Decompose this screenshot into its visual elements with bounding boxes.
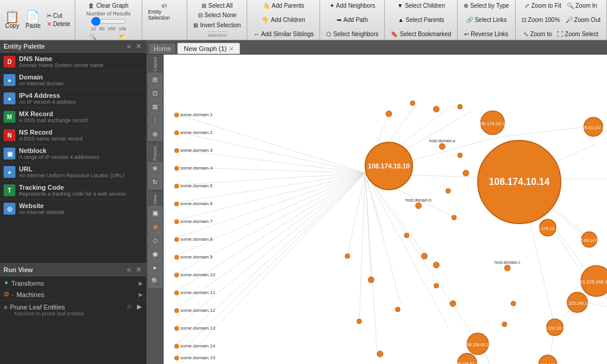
- neighbors-icon: ✦: [330, 2, 334, 9]
- entity-name-text: DNS Name: [19, 55, 143, 62]
- select-neighbors-button[interactable]: ⬡ Select Neighbors: [324, 30, 381, 38]
- svg-point-66: [174, 202, 179, 206]
- palette-controls: « ✕: [126, 42, 143, 50]
- machines-item[interactable]: ⚙ - Machines ▶: [0, 289, 146, 300]
- entity-selection-section: 🏷 Entity Selection: [142, 0, 188, 40]
- entity-selection-button[interactable]: 🏷 Entity Selection: [146, 2, 184, 22]
- zoom-select-icon: ⛶: [557, 31, 563, 37]
- zoom-in-button[interactable]: 🔍 Zoom In: [564, 2, 600, 9]
- vertical-toolbar: Layout ⊞ ⊡ ⊠ ⋮ ⊕ Freeze ❄ ↻ View ▣ ◆ ◇ ◉…: [147, 55, 164, 364]
- entity-item-url[interactable]: ●URLAn internet Uniform Resource Locator…: [0, 163, 146, 181]
- zoom-to-fit-button[interactable]: ⤢ Zoom to Fit: [522, 2, 564, 9]
- select-all-button[interactable]: ⊞ Select All: [199, 2, 235, 9]
- view-btn-1[interactable]: ▣: [148, 206, 162, 219]
- tab-close-icon[interactable]: ✕: [229, 46, 234, 52]
- select-none-button[interactable]: ⊟ Select None: [196, 11, 239, 19]
- svg-point-52: [433, 106, 439, 112]
- svg-text:some.domain.13: some.domain.13: [180, 325, 216, 331]
- transforms-item[interactable]: ✦ Transforms ▶: [0, 277, 146, 289]
- tab-new-graph[interactable]: New Graph (1) ✕: [177, 43, 240, 54]
- invert-selection-button[interactable]: ⊠ Invert Selection: [191, 21, 243, 29]
- add-parents-button[interactable]: 👆 Add Parents: [260, 2, 306, 9]
- graph-canvas: some.domain.1 some.domain.2 some.domain.…: [164, 55, 607, 364]
- svg-point-75: [174, 356, 179, 360]
- entity-item-ns-record[interactable]: NNS RecordA DNS name server record: [0, 126, 146, 145]
- layout-btn-3[interactable]: ⊠: [148, 100, 162, 113]
- paste-button[interactable]: 📄 Paste: [23, 9, 43, 30]
- entity-item-website[interactable]: ◎WebsiteAn internet website: [0, 200, 146, 218]
- entity-name-text: IPv4 Address: [19, 92, 143, 99]
- prune-star-button[interactable]: ☆: [125, 303, 133, 311]
- add-children-button[interactable]: 👇 Add Children: [260, 16, 308, 24]
- layout-btn-1[interactable]: ⊞: [148, 73, 162, 86]
- label-n3: 185.63.147.10: [580, 126, 607, 130]
- add-children-icon: 👇: [262, 17, 269, 23]
- entity-icon-mx-record: M: [4, 111, 15, 123]
- copy-button[interactable]: 📋 Copy: [2, 9, 22, 30]
- num-results-slider[interactable]: [91, 18, 126, 25]
- svg-point-94: [458, 153, 462, 158]
- label-n9: 91.225.248.129: [563, 301, 592, 305]
- type-icon: ⊕: [464, 2, 468, 9]
- add-neighbors-button[interactable]: ✦ Add Neighbors: [327, 2, 378, 9]
- delete-button[interactable]: ✕ Delete: [44, 20, 73, 28]
- svg-point-62: [174, 130, 179, 135]
- entity-desc-text: An IP version 4 address: [19, 99, 143, 105]
- machines-icon: ⚙: [4, 290, 9, 298]
- zoom-100-button[interactable]: ⊡ Zoom 100%: [519, 16, 563, 24]
- entity-icon-ipv4-address: ●: [4, 92, 15, 104]
- entity-item-ipv4-address[interactable]: ●IPv4 AddressAn IP version 4 address: [0, 90, 146, 108]
- svg-point-71: [174, 290, 179, 295]
- select-by-type-button[interactable]: ⊕ Select by Type: [461, 2, 511, 9]
- view-btn-4[interactable]: ◉: [148, 247, 162, 260]
- find-files-icon: 📂: [119, 34, 126, 40]
- palette-close-button[interactable]: ✕: [135, 42, 143, 50]
- svg-point-103: [511, 301, 516, 306]
- reverse-links-button[interactable]: ↩ Reverse Links: [462, 30, 510, 38]
- select-none-icon: ⊟: [198, 12, 203, 18]
- select-children-button[interactable]: ▼ Select Children: [395, 2, 448, 9]
- zoom-out-button[interactable]: 🔎 Zoom Out: [563, 16, 603, 24]
- zoom-to-button[interactable]: ⤡ Zoom to: [521, 30, 554, 38]
- label-n7: 185.63.147.14: [576, 238, 603, 242]
- entity-item-domain[interactable]: ●DomainAn internet domain: [0, 71, 146, 90]
- cut-button[interactable]: ✂ Cut: [44, 12, 73, 20]
- entity-item-mx-record[interactable]: MMX RecordA DNS mail exchange record: [0, 108, 146, 126]
- zoom-in-icon: 🔍: [567, 2, 574, 9]
- view-btn-5[interactable]: ▸: [148, 261, 162, 274]
- entity-item-tracking-code[interactable]: TTracking CodeRepresents a tracking code…: [0, 181, 146, 200]
- clear-graph-button[interactable]: 🗑 Clear Graph: [86, 2, 130, 9]
- refresh-btn[interactable]: ↻: [148, 176, 162, 189]
- view-btn-3[interactable]: ◇: [148, 234, 162, 247]
- tab-home[interactable]: Home: [148, 43, 176, 54]
- graph-viewport[interactable]: some.domain.1 some.domain.2 some.domain.…: [164, 55, 607, 364]
- layout-btn-5[interactable]: ⊕: [148, 127, 162, 141]
- palette-collapse-button[interactable]: «: [126, 42, 132, 50]
- run-view-collapse-button[interactable]: «: [126, 266, 132, 274]
- transforms-icon: ✦: [4, 279, 9, 287]
- layout-btn-2[interactable]: ⊡: [148, 87, 162, 100]
- zoom-select-button[interactable]: ⛶ Zoom Select: [555, 30, 600, 38]
- freeze-btn[interactable]: ❄: [148, 162, 162, 175]
- links-icon: 🔗: [466, 17, 473, 23]
- layout-btn-4[interactable]: ⋮: [148, 114, 162, 127]
- svg-text:some.domain.12: some.domain.12: [180, 308, 216, 313]
- add-path-button[interactable]: ➡ Add Path: [334, 16, 370, 24]
- prune-item: ■ Prune Leaf Entities ☆ ▶ Machine to pru…: [0, 300, 146, 319]
- clear-graph-icon: 🗑: [88, 2, 94, 9]
- svg-point-72: [174, 308, 179, 313]
- select-bookmarked-button[interactable]: 🔖 Select Bookmarked: [388, 30, 453, 38]
- prune-run-button[interactable]: ▶: [136, 303, 143, 311]
- add-similar-siblings-button[interactable]: ↔ Add Similar Siblings: [251, 30, 316, 38]
- entity-desc-text: An internet domain: [19, 81, 143, 87]
- entity-item-netblock[interactable]: ▣NetblockA range of IP version 4 address…: [0, 145, 146, 163]
- view-btn-6[interactable]: 🔍: [148, 274, 162, 288]
- run-view-close-button[interactable]: ✕: [135, 266, 143, 274]
- select-parents-button[interactable]: ▲ Select Parents: [395, 16, 446, 24]
- main-area: Entity Palette « ✕ DDNS NameDomain Name …: [0, 40, 607, 364]
- view-btn-2[interactable]: ◆: [148, 220, 162, 233]
- select-group-section: ▼ Select Children ▲ Select Parents 🔖 Sel…: [385, 0, 458, 40]
- entity-item-dns-name[interactable]: DDNS NameDomain Name System server name: [0, 53, 146, 71]
- zoom-out-icon: 🔎: [566, 17, 573, 23]
- select-links-button[interactable]: 🔗 Select Links: [464, 16, 509, 24]
